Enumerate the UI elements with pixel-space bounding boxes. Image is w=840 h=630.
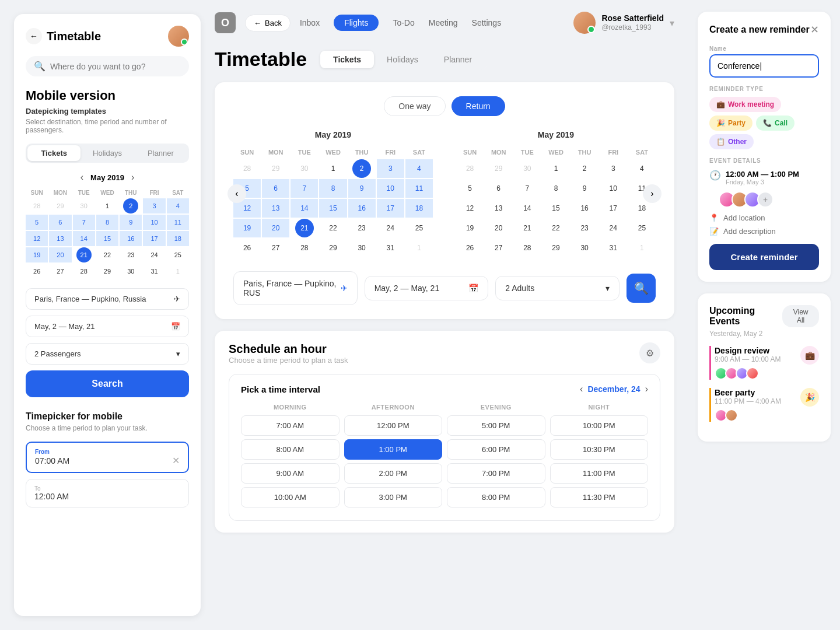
rtype-call[interactable]: 📞 Call — [756, 116, 794, 131]
dual-cal-prev-button[interactable]: ‹ — [228, 184, 246, 203]
event-details-label: EVENT DETAILS — [709, 158, 819, 164]
main-tab-tickets[interactable]: Tickets — [320, 51, 374, 68]
time-slot[interactable]: 2:00 PM — [344, 463, 443, 484]
upcoming-events-section: Upcoming Events View All Yesterday, May … — [698, 293, 831, 442]
add-description-field[interactable]: 📝 Add description — [709, 227, 819, 236]
schedule-header: Schedule an hour Choose a time period to… — [229, 342, 660, 365]
booking-passengers-field[interactable]: 2 Adults ▾ — [495, 276, 620, 300]
date-nav-next[interactable]: › — [645, 384, 648, 394]
cal-prev[interactable]: ‹ — [80, 172, 83, 183]
search-input[interactable] — [50, 62, 181, 71]
name-label: Name — [709, 46, 819, 52]
from-label: From — [35, 449, 180, 455]
name-input[interactable] — [709, 54, 819, 78]
phone-icon: 📞 — [763, 119, 772, 127]
settings-icon[interactable]: ⚙ — [639, 342, 660, 363]
panel-header: ← Timetable — [26, 26, 189, 47]
destination-field[interactable]: Paris, France — Pupkino, Russia ✈ — [26, 288, 189, 310]
trip-toggle: One way Return — [233, 96, 656, 116]
event-time: 9:00 AM — 10:00 AM — [715, 355, 794, 363]
time-slot[interactable]: 12:00 PM — [344, 415, 443, 436]
passengers-field[interactable]: 2 Passengers ▾ — [26, 343, 189, 365]
app-logo: O — [215, 12, 236, 33]
time-slot[interactable]: 8:00 AM — [241, 439, 340, 460]
night-column: NIGHT 10:00 PM 10:30 PM 11:00 PM 11:30 P… — [550, 404, 649, 511]
subsection-title: Datepicking templates — [26, 107, 189, 116]
clock-icon: 🕐 — [709, 170, 721, 181]
send-icon: ✈ — [341, 284, 348, 293]
booking-date-field[interactable]: May, 2 — May, 21 📅 — [365, 276, 489, 300]
back-arrow-icon: ← — [254, 19, 261, 27]
time-slot[interactable]: 8:00 PM — [447, 487, 545, 508]
time-slot[interactable]: 10:00 AM — [241, 487, 340, 508]
right-cal-month: May 2019 — [456, 130, 656, 139]
time-slot[interactable]: 9:00 AM — [241, 463, 340, 484]
rtype-other[interactable]: 📋 Other — [709, 134, 754, 149]
send-icon: ✈ — [174, 295, 180, 303]
nav-todo[interactable]: To-Do — [393, 18, 414, 27]
afternoon-column: AFTERNOON 12:00 PM 1:00 PM 2:00 PM 3:00 … — [344, 404, 443, 511]
add-attendee-button[interactable]: + — [757, 191, 774, 208]
time-slot[interactable]: 7:00 PM — [447, 463, 545, 484]
rtype-work-meeting[interactable]: 💼 Work meeting — [709, 97, 781, 112]
event-name: Design review — [715, 346, 794, 355]
time-slot[interactable]: 11:00 PM — [550, 463, 649, 484]
tab-planner[interactable]: Planner — [134, 145, 187, 161]
left-calendar: May 2019 SUN MON TUE WED THU FRI SAT 28 … — [233, 130, 433, 257]
nav-back-button[interactable]: ← Back — [245, 15, 290, 32]
top-nav: O ← Back Inbox Flights To-Do Meeting Set… — [215, 12, 674, 34]
main-tab-holidays[interactable]: Holidays — [374, 51, 431, 68]
dual-calendar: ‹ May 2019 SUN MON TUE WED THU FRI SAT 2… — [233, 130, 656, 257]
main-title: Timetable — [215, 48, 307, 71]
reminder-type-label: REMINDER TYPE — [709, 86, 819, 92]
time-interval-card: Pick a time interval ‹ December, 24 › MO… — [229, 374, 660, 521]
time-slot[interactable]: 10:00 PM — [550, 415, 649, 436]
main-tab-planner[interactable]: Planner — [431, 51, 485, 68]
morning-header: MORNING — [241, 404, 340, 411]
to-time-field[interactable]: To 12:00 AM — [26, 479, 189, 508]
from-time-field[interactable]: From 07:00 AM ✕ — [26, 442, 189, 473]
rtype-party[interactable]: 🎉 Party — [709, 116, 752, 131]
nav-flights[interactable]: Flights — [334, 15, 379, 31]
from-time-value: 07:00 AM — [35, 456, 69, 466]
dual-cal-next-button[interactable]: › — [643, 184, 662, 203]
back-button-small[interactable]: ← — [26, 28, 42, 44]
time-slot[interactable]: 6:00 PM — [447, 439, 545, 460]
booking-date-text: May, 2 — May, 21 — [374, 284, 440, 293]
search-bar[interactable]: 🔍 — [26, 56, 189, 76]
return-button[interactable]: Return — [452, 96, 505, 116]
time-slot[interactable]: 10:30 PM — [550, 439, 649, 460]
date-range-field[interactable]: May, 2 — May, 21 📅 — [26, 316, 189, 337]
reminder-types: 💼 Work meeting 🎉 Party 📞 Call 📋 Other — [709, 97, 819, 149]
tab-tickets[interactable]: Tickets — [27, 145, 80, 161]
upcoming-title: Upcoming Events — [709, 306, 782, 327]
time-slot[interactable]: 5:00 PM — [447, 415, 545, 436]
tab-holidays[interactable]: Holidays — [80, 145, 134, 161]
date-nav-prev[interactable]: ‹ — [580, 384, 583, 394]
timepicker-desc: Choose a time period to plan your task. — [26, 424, 189, 432]
time-slot[interactable]: 3:00 PM — [344, 487, 443, 508]
cal-next[interactable]: › — [131, 172, 134, 183]
booking-from-field[interactable]: Paris, France — Pupkino, RUS ✈ — [233, 271, 358, 305]
time-slot-selected[interactable]: 1:00 PM — [344, 439, 443, 460]
schedule-title: Schedule an hour — [229, 342, 348, 356]
close-button[interactable]: ✕ — [810, 23, 819, 36]
cal-day[interactable]: 28 — [29, 198, 44, 214]
upcoming-date: Yesterday, May 2 — [709, 330, 819, 338]
clear-from-time[interactable]: ✕ — [172, 455, 180, 466]
add-location-field[interactable]: 📍 Add location — [709, 214, 819, 222]
view-all-button[interactable]: View All — [782, 305, 819, 327]
time-slot[interactable]: 7:00 AM — [241, 415, 340, 436]
create-reminder-button[interactable]: Create reminder — [709, 244, 819, 270]
search-button[interactable]: Search — [26, 370, 189, 397]
time-slot[interactable]: 11:30 PM — [550, 487, 649, 508]
calendar-card: One way Return ‹ May 2019 SUN MON TUE WE… — [215, 82, 674, 319]
nav-settings[interactable]: Settings — [472, 18, 502, 27]
booking-search-button[interactable]: 🔍 — [626, 274, 656, 303]
stack-icon: 📋 — [716, 138, 725, 146]
afternoon-header: AFTERNOON — [344, 404, 443, 411]
nav-meeting[interactable]: Meeting — [429, 18, 458, 27]
nav-inbox[interactable]: Inbox — [300, 18, 320, 27]
one-way-button[interactable]: One way — [384, 96, 445, 116]
chevron-down-icon: ▾ — [176, 349, 180, 358]
